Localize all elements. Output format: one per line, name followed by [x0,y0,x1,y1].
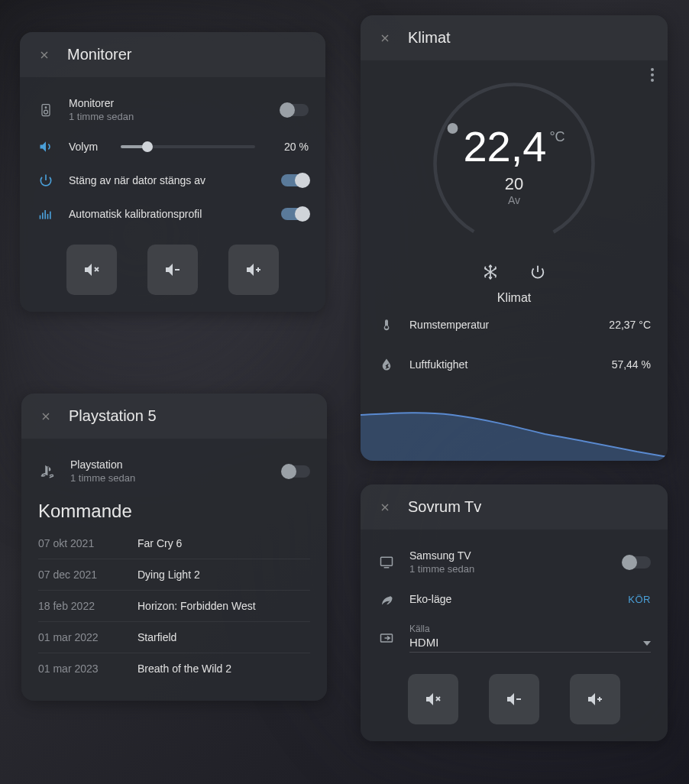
speaker-icon [37,101,55,119]
svg-rect-18 [516,698,521,700]
svg-rect-5 [44,210,46,219]
list-item: 01 mar 2023Breath of the Wild 2 [38,653,310,684]
humidity-label: Luftfuktighet [409,358,467,371]
svg-rect-16 [381,557,393,565]
power-icon [37,171,55,190]
room-temp-label: Rumstemperatur [409,319,489,331]
temp-unit: °C [549,129,564,145]
card-header: Playstation 5 [21,394,327,439]
device-sub: 1 timme sedan [69,111,267,122]
leaf-icon [377,590,396,608]
thermostat[interactable]: 22,4 °C 20 Av [426,76,602,251]
device-name: Playstation [70,458,269,471]
upcoming-title: Kommande [38,501,310,522]
volume-label: Volym [69,141,98,153]
list-item: 07 okt 2021Far Cry 6 [38,528,310,559]
eco-row: Eko-läge KÖR [377,582,651,616]
list-item: 01 mar 2022Starfield [38,622,310,653]
eco-label: Eko-läge [409,593,614,605]
card-title: Monitorer [67,46,131,63]
calib-label: Automatisk kalibrationsprofil [69,208,267,220]
source-row: Källa HDMI [377,616,651,660]
svg-rect-20 [599,697,600,701]
source-select[interactable]: Källa HDMI [409,624,651,653]
svg-point-11 [651,68,654,71]
volume-row: Volym 20 % [37,130,309,164]
card-title: Klimat [408,29,451,47]
volume-up-button[interactable] [570,674,620,724]
source-label: Källa [409,624,438,634]
svg-rect-6 [47,214,49,219]
snowflake-icon[interactable] [482,264,499,283]
device-row: Samsung TV 1 timme sedan [377,542,651,582]
device-name: Monitorer [69,97,267,109]
calib-row: Automatisk kalibrationsprofil [37,197,309,231]
card-title: Sovrum Tv [408,498,481,516]
device-toggle[interactable] [623,556,651,569]
ps5-card: Playstation 5 Playstation 1 timme sedan … [21,394,327,701]
card-title: Playstation 5 [69,407,157,425]
calib-toggle[interactable] [281,208,309,220]
svg-rect-4 [42,212,44,219]
shutdown-label: Stäng av när dator stängs av [69,174,267,186]
run-button[interactable]: KÖR [628,594,651,605]
shutdown-toggle[interactable] [281,174,309,186]
power-icon[interactable] [529,264,546,283]
temp-chart [361,392,668,461]
svg-point-12 [651,73,654,76]
volume-up-button[interactable] [228,245,279,295]
device-row: Monitorer 1 timme sedan [37,89,309,130]
device-row: Playstation 1 timme sedan [38,451,310,491]
more-icon[interactable] [651,68,654,85]
volume-down-button[interactable] [147,245,198,295]
room-temp-row: Rumstemperatur 22,37 °C [377,305,651,345]
svg-point-2 [45,106,47,108]
input-icon [377,629,396,647]
device-toggle[interactable] [281,104,309,116]
chevron-down-icon [643,635,651,649]
device-sub: 1 timme sedan [409,563,610,575]
mute-button[interactable] [408,674,458,724]
svg-rect-3 [40,215,41,219]
device-sub: 1 timme sedan [70,472,269,484]
climate-label: Klimat [377,291,651,305]
card-header: Sovrum Tv [361,484,668,530]
volume-slider[interactable] [121,145,255,148]
mute-button[interactable] [66,245,117,295]
list-item: 07 dec 2021Dying Light 2 [38,559,310,591]
device-toggle[interactable] [283,465,310,478]
shutdown-row: Stäng av när dator stängs av [37,164,309,197]
svg-rect-8 [175,269,180,271]
svg-point-13 [651,79,654,82]
svg-rect-7 [50,212,51,219]
room-temp-value: 22,37 °C [609,319,651,331]
tv-card: Sovrum Tv Samsung TV 1 timme sedan Eko-l… [361,484,668,741]
humidity-icon [377,355,396,374]
volume-icon [37,138,55,156]
target-temp: 20 [505,174,523,194]
volume-value: 20 % [278,141,309,153]
list-item: 18 feb 2022Horizon: Forbidden West [38,591,310,622]
card-header: Klimat [361,15,668,60]
volume-down-button[interactable] [489,674,539,724]
card-header: Monitorer [20,32,325,77]
humidity-value: 57,44 % [612,358,651,371]
tv-icon [377,553,396,572]
close-icon[interactable] [377,500,393,515]
humidity-row: Luftfuktighet 57,44 % [377,345,651,384]
monitorer-card: Monitorer Monitorer 1 timme sedan Volym … [20,32,325,312]
close-icon[interactable] [37,47,52,63]
source-value: HDMI [409,636,438,649]
upcoming-list: 07 okt 2021Far Cry 6 07 dec 2021Dying Li… [38,528,310,684]
svg-point-1 [44,110,48,114]
svg-rect-10 [257,267,259,272]
close-icon[interactable] [38,409,53,424]
equalizer-icon [37,205,55,223]
climate-state: Av [508,194,520,206]
current-temp: 22,4 [463,121,546,171]
klimat-card: Klimat 22,4 °C 20 Av [361,15,668,461]
device-name: Samsung TV [409,549,610,562]
playstation-icon [38,462,57,481]
thermometer-icon [377,316,396,334]
close-icon[interactable] [377,31,393,46]
